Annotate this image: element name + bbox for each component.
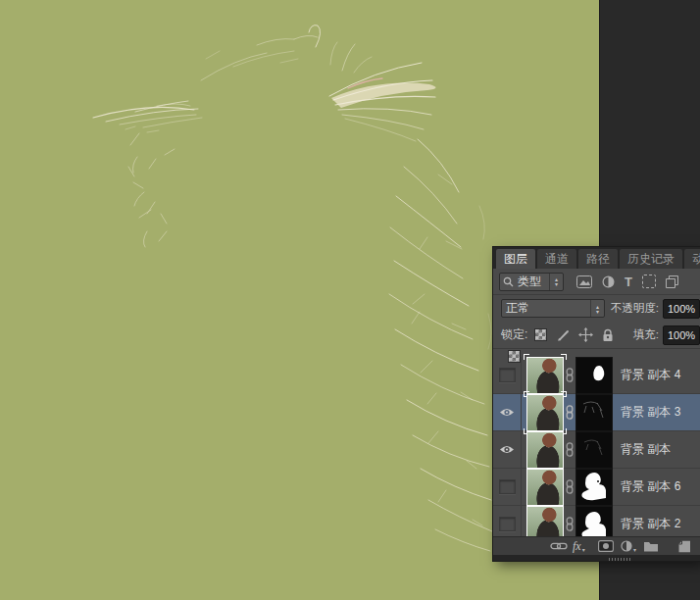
visibility-toggle[interactable] (493, 431, 522, 468)
lock-position-icon[interactable] (578, 327, 593, 342)
photoshop-workspace: { "canvas": { "description": "olive-gree… (0, 0, 700, 600)
new-adjustment-layer-icon[interactable]: ▾ (621, 537, 636, 555)
smart-object-filter-icon[interactable] (666, 275, 678, 288)
mask-link-icon[interactable] (566, 442, 574, 457)
layer-mask-thumbnail[interactable] (575, 431, 613, 469)
search-icon (503, 276, 514, 287)
blend-mode-row: 正常 ▴▾ 不透明度: 100% (493, 295, 700, 322)
layer-mask-thumbnail[interactable] (575, 469, 613, 506)
mask-link-icon[interactable] (566, 517, 574, 531)
panel-resize-strip[interactable] (493, 555, 700, 561)
tab-channels[interactable]: 通道 (537, 249, 576, 269)
eye-icon (499, 444, 515, 455)
chevron-updown-icon: ▴▾ (549, 274, 563, 290)
blend-mode-dropdown[interactable]: 正常 ▴▾ (501, 299, 605, 318)
layer-thumbnail[interactable] (526, 431, 564, 469)
layer-mask-thumbnail[interactable] (575, 357, 613, 394)
layer-name[interactable]: 背景 副本 6 (621, 478, 680, 495)
hidden-eye-box (499, 517, 516, 531)
visibility-toggle[interactable] (493, 469, 522, 505)
mask-link-icon[interactable] (566, 479, 574, 494)
type-layers-filter-icon[interactable]: T (625, 275, 632, 288)
mask-link-icon[interactable] (566, 405, 574, 420)
chevron-down-icon: ▾ (633, 546, 636, 553)
new-layer-icon[interactable] (677, 537, 691, 555)
layer-style-icon[interactable]: fx▾ (573, 537, 585, 555)
layers-panel: 图层 通道 路径 历史记录 动作 类型 ▴▾ T (493, 247, 700, 561)
lock-transparent-pixels-icon[interactable] (534, 328, 547, 341)
lock-paint-icon[interactable] (556, 328, 570, 342)
hidden-eye-box (499, 479, 516, 494)
tab-history[interactable]: 历史记录 (620, 249, 682, 269)
fill-label: 填充: (633, 327, 659, 342)
add-layer-mask-icon[interactable] (598, 537, 614, 555)
layer-thumbnail[interactable] (526, 357, 564, 394)
opacity-label: 不透明度: (611, 301, 659, 316)
fill-value-field[interactable]: 100% (663, 325, 700, 345)
layer-mask-thumbnail[interactable] (575, 394, 613, 431)
hidden-eye-box (499, 368, 516, 382)
filter-kind-label: 类型 (514, 274, 549, 290)
drag-grip-icon (609, 558, 632, 561)
layer-row[interactable]: 背景 副本 3 (493, 394, 700, 431)
shape-layers-filter-icon[interactable] (642, 275, 656, 288)
new-group-icon[interactable] (643, 537, 659, 555)
lock-all-icon[interactable] (602, 328, 614, 342)
lock-label: 锁定: (501, 326, 527, 343)
layer-filter-row: 类型 ▴▾ T (493, 269, 700, 295)
adjustment-layers-filter-icon[interactable] (602, 275, 615, 288)
layer-name[interactable]: 背景 副本 2 (621, 516, 680, 532)
chevron-updown-icon: ▴▾ (590, 300, 604, 317)
transparency-checker-icon (508, 350, 521, 363)
tab-actions[interactable]: 动作 (684, 249, 700, 269)
tab-paths[interactable]: 路径 (578, 249, 618, 269)
layer-row[interactable]: 背景 副本 6 (493, 469, 700, 506)
panel-bottom-toolbar: fx▾ ▾ (493, 536, 700, 555)
link-layers-icon[interactable] (550, 537, 568, 555)
blend-mode-value: 正常 (502, 300, 590, 317)
layer-name[interactable]: 背景 副本 4 (621, 367, 680, 383)
layer-name[interactable]: 背景 副本 (621, 441, 671, 458)
mask-link-icon[interactable] (566, 368, 574, 382)
pixel-layers-filter-icon[interactable] (576, 275, 592, 288)
layer-thumbnail[interactable] (526, 394, 564, 431)
visibility-toggle[interactable] (493, 394, 522, 430)
filter-kind-dropdown[interactable]: 类型 ▴▾ (499, 273, 564, 291)
layer-thumbnail[interactable] (526, 469, 564, 506)
layer-row[interactable]: 背景 副本 (493, 431, 700, 469)
lock-row: 锁定: 填充: 100% (493, 322, 700, 349)
chevron-down-icon: ▾ (582, 546, 585, 553)
tab-layers[interactable]: 图层 (496, 249, 535, 269)
layer-name[interactable]: 背景 副本 3 (621, 404, 680, 421)
layer-row[interactable]: 背景 副本 4 (493, 357, 700, 394)
panel-tab-bar: 图层 通道 路径 历史记录 动作 (493, 247, 700, 269)
eye-icon (499, 407, 515, 418)
opacity-value-field[interactable]: 100% (663, 299, 700, 319)
layer-list: 背景 副本 4 背景 副本 3 (493, 349, 700, 536)
